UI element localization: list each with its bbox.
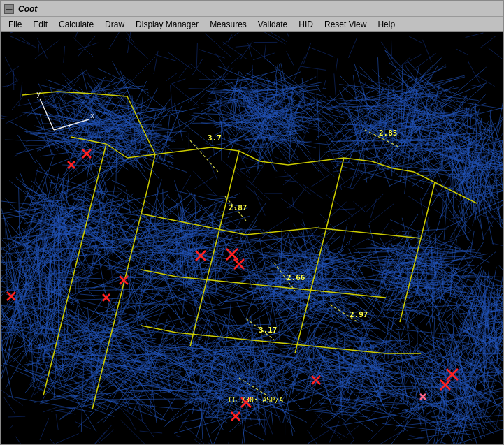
menu-validate[interactable]: Validate: [252, 17, 293, 31]
title-bar: — Coot: [1, 1, 503, 17]
window-control-icon[interactable]: —: [4, 4, 14, 14]
scene-canvas: [1, 32, 503, 444]
menu-calculate[interactable]: Calculate: [53, 17, 99, 31]
menu-measures[interactable]: Measures: [204, 17, 252, 31]
menu-bar: File Edit Calculate Draw Display Manager…: [1, 17, 503, 32]
app-window: — Coot File Edit Calculate Draw Display …: [0, 0, 504, 445]
menu-display-manager[interactable]: Display Manager: [130, 17, 204, 31]
menu-file[interactable]: File: [3, 17, 27, 31]
window-title: Coot: [18, 4, 37, 14]
menu-help[interactable]: Help: [372, 17, 401, 31]
menu-draw[interactable]: Draw: [99, 17, 130, 31]
3d-viewport[interactable]: [1, 32, 503, 444]
menu-hid[interactable]: HID: [293, 17, 319, 31]
menu-edit[interactable]: Edit: [27, 17, 53, 31]
menu-reset-view[interactable]: Reset View: [319, 17, 372, 31]
minimize-icon: —: [6, 6, 13, 13]
